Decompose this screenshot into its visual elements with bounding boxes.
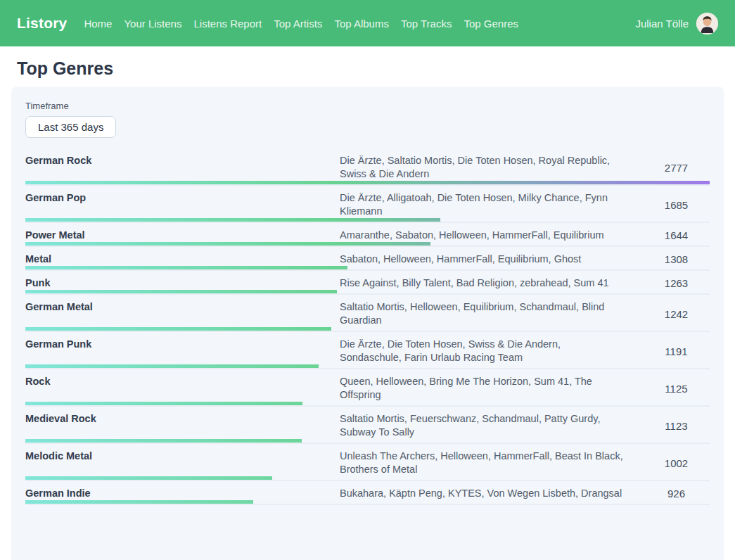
genre-bar: [25, 364, 710, 369]
genre-artists: Saltatio Mortis, Helloween, Equilibrium,…: [340, 300, 643, 327]
genre-count: 1263: [643, 277, 710, 289]
genre-bar: [25, 327, 710, 332]
genre-name: German Punk: [25, 338, 340, 351]
genre-count: 2777: [643, 162, 710, 174]
genre-bar: [25, 402, 710, 407]
user-name: Julian Tölle: [635, 18, 689, 30]
genre-list: German Rock Die Ärzte, Saltatio Mortis, …: [25, 148, 710, 505]
genre-bar-track: [25, 368, 710, 369]
nav-link-listens-report[interactable]: Listens Report: [193, 18, 262, 30]
genre-artists: Unleash The Archers, Helloween, HammerFa…: [340, 450, 643, 476]
genre-bar-gradient: [25, 181, 710, 184]
genre-count: 1191: [643, 345, 710, 357]
genre-bar-track: [25, 293, 710, 295]
genre-bar-track: [25, 331, 710, 332]
genre-artists: Die Ärzte, Alligatoah, Die Toten Hosen, …: [340, 191, 643, 218]
nav-link-top-tracks[interactable]: Top Tracks: [401, 18, 452, 30]
app-logo[interactable]: Listory: [17, 15, 67, 32]
genre-bar-gradient: [25, 218, 440, 222]
genre-artists: Saltatio Mortis, Feuerschwanz, Schandmau…: [340, 412, 643, 439]
genre-name: Rock: [25, 375, 340, 388]
genre-artists: Die Ärzte, Saltatio Mortis, Die Toten Ho…: [340, 154, 643, 181]
genre-bar-fill: [25, 290, 337, 293]
genre-bar-fill: [25, 181, 710, 184]
genre-name: German Indie: [25, 487, 340, 500]
genre-row: Rock Queen, Helloween, Bring Me The Hori…: [25, 369, 710, 407]
genre-bar-fill: [25, 364, 319, 368]
genre-bar-track: [25, 480, 710, 481]
genre-bar: [25, 218, 710, 223]
genre-bar-gradient: [25, 266, 347, 269]
genre-count: 1308: [643, 253, 710, 265]
genre-row: German Indie Bukahara, Käptn Peng, KYTES…: [25, 481, 710, 505]
genre-row: Power Metal Amaranthe, Sabaton, Hellowee…: [25, 223, 710, 247]
genre-bar-track: [25, 222, 710, 223]
genre-artists: Queen, Helloween, Bring Me The Horizon, …: [340, 375, 643, 402]
genre-bar: [25, 266, 710, 271]
genre-name: German Metal: [25, 300, 340, 314]
genre-row: German Rock Die Ärzte, Saltatio Mortis, …: [25, 148, 710, 186]
genre-row: German Metal Saltatio Mortis, Helloween,…: [25, 295, 710, 332]
genre-bar-track: [25, 246, 710, 247]
nav-links: HomeYour ListensListens ReportTop Artist…: [84, 18, 518, 30]
genre-bar-track: [25, 443, 710, 444]
nav-link-home[interactable]: Home: [84, 18, 112, 30]
genre-count: 926: [643, 488, 710, 499]
genre-bar-fill: [25, 327, 331, 331]
genre-bar-gradient: [25, 500, 253, 504]
genre-bar-gradient: [25, 242, 430, 246]
genre-name: German Pop: [25, 191, 340, 205]
genre-name: Power Metal: [25, 229, 340, 242]
genre-row: German Punk Die Ärzte, Die Toten Hosen, …: [25, 332, 710, 369]
genre-bar: [25, 476, 710, 481]
genre-bar-fill: [25, 218, 440, 222]
genre-bar-gradient: [25, 327, 331, 331]
navbar: Listory HomeYour ListensListens ReportTo…: [0, 0, 735, 46]
genre-bar-track: [25, 504, 710, 505]
genre-count: 1242: [643, 308, 710, 320]
user-avatar[interactable]: [696, 13, 718, 34]
genre-bar-fill: [25, 439, 302, 443]
genre-artists: Rise Against, Billy Talent, Bad Religion…: [340, 276, 643, 290]
genre-count: 1125: [643, 383, 710, 395]
navbar-user-area: Julian Tölle: [635, 13, 718, 34]
genre-bar-fill: [25, 402, 302, 405]
top-genres-card: Timeframe Last 365 days German Rock Die …: [11, 87, 724, 560]
genre-bar-track: [25, 269, 710, 271]
genre-bar: [25, 242, 710, 247]
genre-bar-gradient: [25, 476, 272, 480]
genre-name: German Rock: [25, 154, 340, 167]
genre-count: 1123: [643, 420, 710, 432]
page-title: Top Genres: [17, 58, 718, 79]
nav-link-top-artists[interactable]: Top Artists: [274, 18, 322, 30]
genre-bar-fill: [25, 266, 347, 269]
genre-bar-fill: [25, 500, 253, 504]
genre-name: Metal: [25, 253, 340, 266]
timeframe-select[interactable]: Last 365 days: [25, 116, 116, 138]
genre-bar-gradient: [25, 402, 302, 405]
genre-name: Melodic Metal: [25, 450, 340, 463]
genre-artists: Die Ärzte, Die Toten Hosen, Swiss & Die …: [340, 338, 643, 364]
genre-bar-gradient: [25, 364, 319, 368]
genre-bar-fill: [25, 476, 272, 480]
genre-row: German Pop Die Ärzte, Alligatoah, Die To…: [25, 186, 710, 223]
genre-bar-gradient: [25, 439, 302, 443]
genre-row: Metal Sabaton, Helloween, HammerFall, Eq…: [25, 247, 710, 271]
genre-bar: [25, 439, 710, 444]
genre-row: Melodic Metal Unleash The Archers, Hello…: [25, 444, 710, 481]
genre-artists: Bukahara, Käptn Peng, KYTES, Von Wegen L…: [340, 487, 643, 500]
genre-artists: Amaranthe, Sabaton, Helloween, HammerFal…: [340, 229, 643, 242]
genre-bar: [25, 181, 710, 186]
nav-link-top-genres[interactable]: Top Genres: [464, 18, 518, 30]
avatar-photo-icon: [696, 13, 718, 34]
genre-name: Punk: [25, 276, 340, 290]
genre-bar-track: [25, 184, 710, 186]
nav-link-your-listens[interactable]: Your Listens: [124, 18, 181, 30]
genre-artists: Sabaton, Helloween, HammerFall, Equilibr…: [340, 253, 643, 266]
genre-count: 1002: [643, 457, 710, 469]
genre-name: Medieval Rock: [25, 412, 340, 426]
genre-row: Punk Rise Against, Billy Talent, Bad Rel…: [25, 271, 710, 295]
genre-bar: [25, 290, 710, 295]
genre-bar-fill: [25, 242, 430, 246]
nav-link-top-albums[interactable]: Top Albums: [334, 18, 389, 30]
